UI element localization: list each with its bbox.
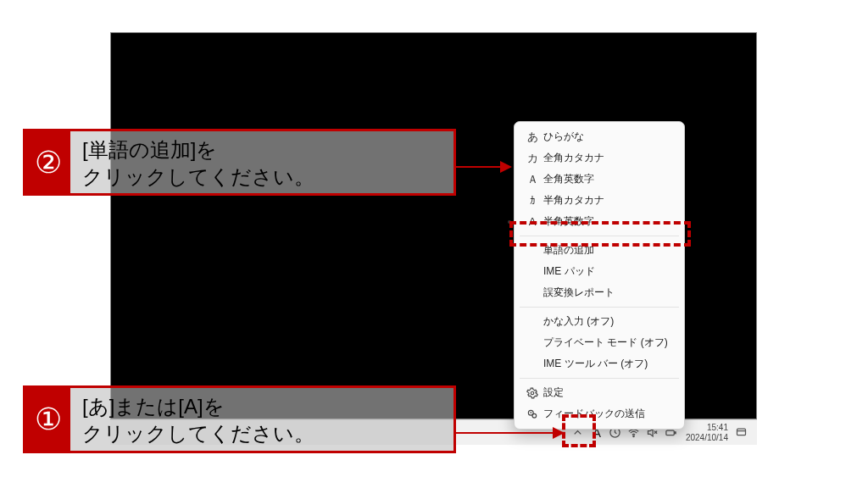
gear-icon bbox=[521, 387, 543, 399]
feedback-icon bbox=[521, 408, 543, 420]
menu-item-label: 全角カタカナ bbox=[543, 151, 676, 165]
hiragana-icon: あ bbox=[521, 130, 543, 145]
menu-item-label: 半角カタカナ bbox=[543, 193, 676, 208]
clock-time: 15:41 bbox=[686, 423, 728, 433]
menu-item-label: ひらがな bbox=[543, 130, 676, 144]
svg-rect-7 bbox=[737, 429, 745, 435]
menu-item-settings[interactable]: 設定 bbox=[515, 382, 684, 403]
menu-item-label: IME パッド bbox=[543, 264, 676, 279]
menu-item-label: プライベート モード (オフ) bbox=[543, 336, 676, 350]
callout-step1: ① [あ]または[A]を クリックしてください。 bbox=[23, 385, 456, 453]
callout-line: クリックしてください。 bbox=[82, 165, 314, 188]
menu-item-ime-toolbar[interactable]: IME ツール バー (オフ) bbox=[515, 353, 684, 374]
menu-separator bbox=[520, 307, 679, 308]
highlight-add-word bbox=[509, 221, 691, 247]
menu-item-send-feedback[interactable]: フィードバックの送信 bbox=[515, 403, 684, 424]
svg-marker-2 bbox=[648, 429, 654, 436]
arrow-step2 bbox=[456, 161, 512, 173]
katakana-full-icon: カ bbox=[521, 151, 543, 166]
menu-item-fullwidth-katakana[interactable]: カ 全角カタカナ bbox=[515, 147, 684, 169]
menu-item-misconversion-report[interactable]: 誤変換レポート bbox=[515, 282, 684, 303]
menu-item-label: かな入力 (オフ) bbox=[543, 314, 676, 329]
menu-item-ime-pad[interactable]: IME パッド bbox=[515, 261, 684, 282]
callout-text: [単語の追加]を クリックしてください。 bbox=[70, 131, 326, 198]
svg-point-11 bbox=[532, 413, 537, 418]
menu-item-label: 全角英数字 bbox=[543, 172, 676, 186]
menu-item-label: 設定 bbox=[543, 385, 676, 400]
callout-step2: ② [単語の追加]を クリックしてください。 bbox=[23, 129, 456, 196]
menu-item-label: 誤変換レポート bbox=[543, 286, 676, 300]
notifications-icon[interactable] bbox=[732, 424, 750, 442]
taskbar-clock[interactable]: 15:41 2024/10/14 bbox=[686, 423, 728, 443]
svg-rect-6 bbox=[675, 432, 676, 434]
callout-text: [あ]または[A]を クリックしてください。 bbox=[70, 388, 326, 455]
menu-separator bbox=[520, 378, 679, 379]
highlight-ime-indicator bbox=[562, 414, 596, 447]
step-number-badge: ② bbox=[25, 131, 70, 193]
menu-item-kana-input[interactable]: かな入力 (オフ) bbox=[515, 311, 684, 332]
katakana-half-icon: ｶ bbox=[521, 194, 543, 207]
menu-item-hiragana[interactable]: あ ひらがな bbox=[515, 126, 684, 147]
svg-point-1 bbox=[633, 435, 634, 436]
callout-line: クリックしてください。 bbox=[82, 422, 314, 445]
callout-line: [あ]または[A]を bbox=[82, 395, 225, 418]
callout-line: [単語の追加]を bbox=[82, 138, 217, 161]
ime-context-menu: あ ひらがな カ 全角カタカナ Ａ 全角英数字 ｶ 半角カタカナ A 半角英数字… bbox=[514, 121, 685, 430]
menu-item-halfwidth-katakana[interactable]: ｶ 半角カタカナ bbox=[515, 190, 684, 211]
arrow-step1 bbox=[456, 427, 565, 439]
alnum-full-icon: Ａ bbox=[521, 172, 543, 187]
menu-item-private-mode[interactable]: プライベート モード (オフ) bbox=[515, 332, 684, 353]
step-number-badge: ① bbox=[25, 388, 70, 451]
svg-rect-5 bbox=[666, 430, 674, 435]
clock-date: 2024/10/14 bbox=[686, 433, 728, 443]
menu-item-label: IME ツール バー (オフ) bbox=[543, 357, 676, 371]
menu-item-fullwidth-alnum[interactable]: Ａ 全角英数字 bbox=[515, 169, 684, 190]
svg-point-9 bbox=[531, 391, 534, 395]
